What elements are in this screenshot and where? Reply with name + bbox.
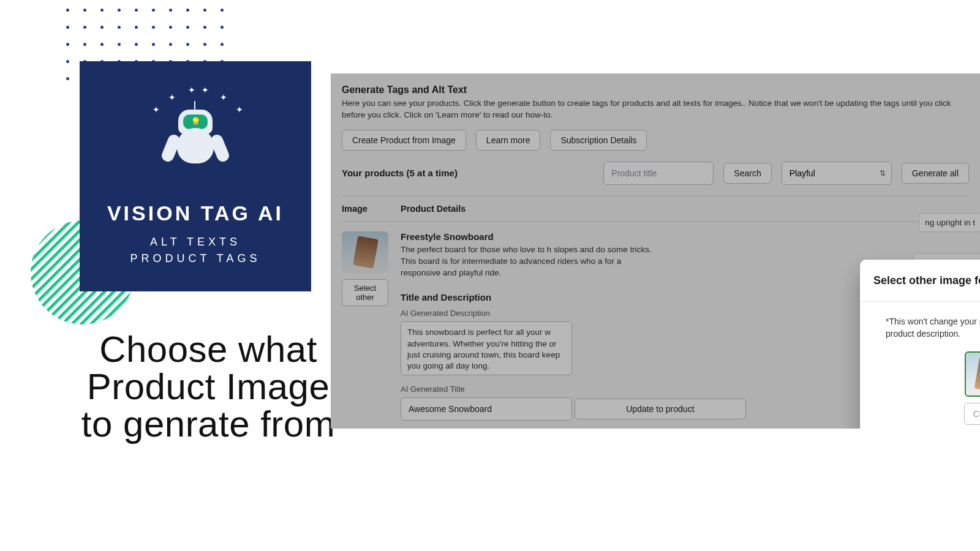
robot-illustration: ✦ ✦ ✦ ✦ ✦ ✦ 💡 — [140, 86, 251, 190]
column-details: Product Details — [401, 204, 969, 214]
modal-note: *This won't change your image in Shopify… — [886, 315, 980, 340]
your-products-label: Your products (5 at a time) — [342, 168, 458, 178]
subscription-details-button[interactable]: Subscription Details — [550, 130, 647, 151]
logo-card: ✦ ✦ ✦ ✦ ✦ ✦ 💡 VISION TAG AI ALT TEXTS PR… — [80, 61, 311, 291]
select-image-modal: Select other image for your product desc… — [860, 260, 980, 429]
ai-title-input[interactable] — [401, 397, 572, 421]
partial-text-chip: ng upright in t — [919, 213, 980, 232]
update-to-product-button[interactable]: Update to product — [575, 399, 746, 419]
modal-title: Select other image for your product desc… — [873, 274, 980, 287]
table-header: Image Product Details — [342, 196, 969, 222]
product-description: The perfect board for those who love to … — [401, 244, 658, 279]
product-title: Freestyle Snowboard — [401, 231, 969, 242]
product-thumbnail — [342, 231, 388, 273]
style-select[interactable]: Playful — [782, 162, 892, 185]
page-description: Here you can see your products. Click th… — [342, 98, 969, 121]
image-option-current[interactable] — [966, 353, 980, 395]
logo-title: VISION TAG AI — [107, 201, 284, 225]
app-panel: Generate Tags and Alt Text Here you can … — [331, 73, 980, 429]
current-image-button: Current — [964, 403, 980, 425]
create-product-from-image-button[interactable]: Create Product from Image — [342, 130, 466, 151]
search-button[interactable]: Search — [723, 163, 771, 184]
product-title-search-input[interactable] — [603, 162, 714, 185]
column-image: Image — [342, 204, 401, 214]
generate-all-button[interactable]: Generate all — [902, 163, 969, 184]
promo-headline: Choose what Product Image to genrate fro… — [80, 331, 337, 443]
learn-more-button[interactable]: Learn more — [476, 130, 541, 151]
page-title: Generate Tags and Alt Text — [342, 84, 969, 96]
ai-description-textarea[interactable] — [401, 321, 572, 375]
select-other-button[interactable]: Select other — [342, 279, 388, 306]
logo-subtitle: ALT TEXTS PRODUCT TAGS — [130, 234, 260, 267]
